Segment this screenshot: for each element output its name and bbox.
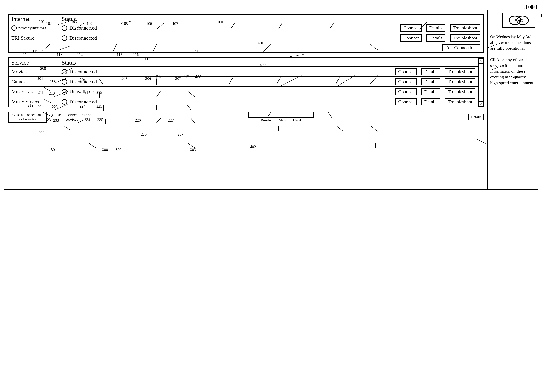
troubleshoot-button[interactable]: Troubleshoot — [445, 88, 475, 95]
main-area: Internet Status prodigyinternet Disconne… — [5, 10, 487, 189]
details-button[interactable]: Details — [426, 34, 445, 42]
close-all-button[interactable]: Close all connections and services — [8, 112, 47, 123]
troubleshoot-button[interactable]: Troubleshoot — [445, 98, 475, 105]
app-window: _ ❐ ✕ Internet Status prodigyinternet — [4, 4, 538, 189]
status-header-label: Status — [62, 59, 475, 66]
status-text: Disconnected — [70, 25, 97, 31]
details-button[interactable]: Details — [421, 68, 440, 75]
maximize-button[interactable]: ❐ — [527, 5, 532, 9]
service-row-music: Music Unavailable Connect Details Troubl… — [9, 87, 478, 97]
service-name: Movies — [11, 69, 27, 75]
bandwidth-details-button[interactable]: Details — [468, 114, 484, 120]
internet-row-tri: TRI Secure Disconnected Connect Details … — [9, 33, 483, 43]
service-row-movies: Movies Disconnected Connect Details Trou… — [9, 67, 478, 77]
troubleshoot-button[interactable]: Troubleshoot — [450, 34, 480, 42]
connect-button[interactable]: Connect — [395, 98, 417, 105]
status-dot-icon — [62, 79, 67, 85]
connect-button[interactable]: Connect — [395, 78, 417, 85]
status-dot-icon — [62, 35, 67, 41]
troubleshoot-button[interactable]: Troubleshoot — [445, 68, 475, 75]
status-text: Disconnected — [70, 35, 97, 41]
status-dot-icon — [62, 89, 67, 95]
status-text: Disconnected — [70, 79, 97, 85]
details-button[interactable]: Details — [421, 78, 440, 85]
bottom-bar: Close all connections and services Close… — [8, 112, 484, 123]
side-message-1: On Wednesday May 3rd, all network connec… — [490, 34, 535, 51]
service-row-games: Games Disconnected Connect Details Troub… — [9, 77, 478, 87]
ref-label: 10 — [540, 13, 542, 18]
status-dot-icon — [62, 69, 67, 75]
bandwidth-meter-label: Bandwidth Meter % Used — [261, 118, 301, 122]
prodigy-icon — [11, 25, 17, 31]
status-text: Unavailable — [70, 89, 94, 95]
status-text: Disconnected — [70, 69, 97, 75]
side-message-2: Click on any of our services to get more… — [490, 57, 535, 86]
internet-panel: Internet Status prodigyinternet Disconne… — [8, 14, 484, 53]
service-name: Music — [11, 89, 24, 95]
edit-connections-button[interactable]: Edit Connections — [442, 44, 480, 51]
minimize-button[interactable]: _ — [522, 5, 527, 9]
connect-button[interactable]: Connect — [401, 24, 422, 32]
connect-button[interactable]: Connect — [395, 88, 417, 95]
service-name: Music Videos — [11, 99, 39, 105]
details-button[interactable]: Details — [426, 24, 445, 32]
status-dot-icon — [62, 99, 67, 105]
details-button[interactable]: Details — [421, 98, 440, 105]
internet-row-prodigy: prodigyinternet Disconnected Connect Det… — [9, 23, 483, 33]
troubleshoot-button[interactable]: Troubleshoot — [445, 78, 475, 85]
service-panel-header: Service Status — [9, 58, 478, 67]
scrollbar[interactable]: △ ▽ — [478, 58, 483, 107]
scroll-up-icon[interactable]: △ — [479, 58, 483, 64]
service-row-musicvideos: Music Videos Disconnected Connect Detail… — [9, 97, 478, 107]
close-button[interactable]: ✕ — [532, 5, 537, 9]
tri-name: TRI Secure — [11, 35, 34, 41]
side-panel: S★C On Wednesday May 3rd, all network co… — [487, 10, 537, 189]
connect-button[interactable]: Connect — [395, 68, 417, 75]
service-panel: Service Status Movies Disconnected Conne… — [8, 57, 484, 107]
connect-button[interactable]: Connect — [401, 34, 422, 42]
internet-panel-header: Internet Status — [9, 15, 483, 23]
service-header-label: Service — [11, 59, 62, 66]
status-text: Disconnected — [70, 99, 97, 105]
logo-icon: S★C — [502, 13, 535, 28]
details-button[interactable]: Details — [421, 88, 440, 95]
bandwidth-meter — [248, 112, 314, 118]
prodigy-name: prodigyinternet — [18, 26, 46, 31]
service-name: Games — [11, 79, 25, 85]
titlebar: _ ❐ ✕ — [5, 5, 537, 10]
troubleshoot-button[interactable]: Troubleshoot — [450, 24, 480, 32]
status-dot-icon — [62, 25, 67, 31]
status-header-label: Status — [62, 16, 480, 22]
scroll-down-icon[interactable]: ▽ — [479, 101, 483, 107]
svg-text:S★C: S★C — [515, 18, 523, 23]
internet-header-label: Internet — [11, 16, 62, 22]
close-all-label: Close all connections and services — [50, 113, 93, 122]
